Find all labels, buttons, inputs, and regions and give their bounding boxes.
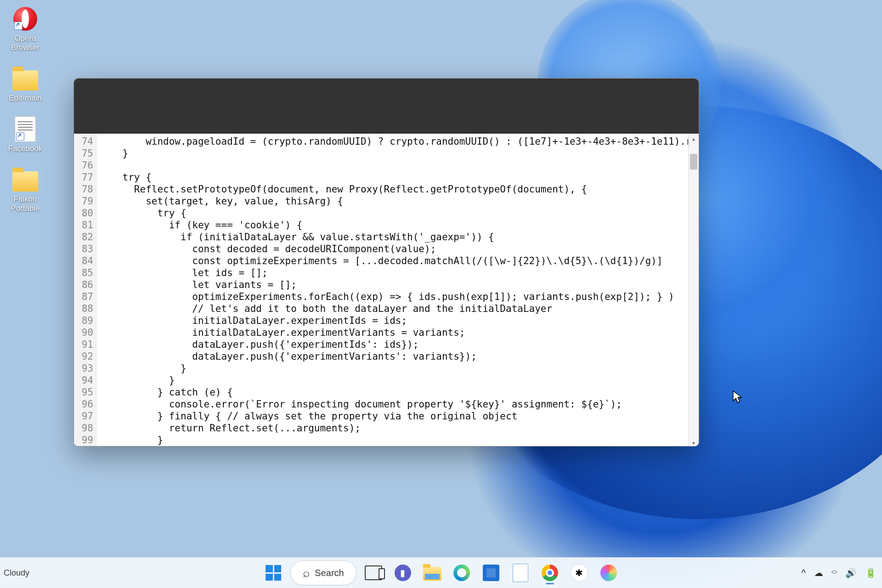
edge-icon: [453, 565, 470, 581]
scroll-up-icon[interactable]: ▴: [689, 134, 699, 144]
taskbar-start[interactable]: [261, 560, 286, 585]
line-number: 90: [74, 327, 93, 339]
taskbar-chat[interactable]: ▮: [390, 560, 415, 585]
taskbar-search[interactable]: ⌕Search: [290, 560, 356, 585]
code-line[interactable]: set(target, key, value, thisArg) {: [99, 195, 699, 207]
code-line[interactable]: initialDataLayer.experimentIds = ids;: [99, 315, 699, 327]
code-line[interactable]: }: [99, 434, 699, 446]
chat-icon: ▮: [395, 565, 411, 581]
window-titlebar[interactable]: [74, 79, 699, 134]
taskbar: Cloudy ⌕Search▮✱ ^ ☁ ⌔ 🔊 🔋: [0, 557, 882, 588]
code-line[interactable]: window.pageloadId = (crypto.randomUUID) …: [99, 136, 699, 147]
slack-icon: ✱: [571, 564, 588, 582]
code-line[interactable]: if (key === 'cookie') {: [99, 219, 699, 231]
desktop-icon-edit-main[interactable]: Edit-main: [0, 65, 51, 103]
code-line[interactable]: dataLayer.push({'experimentVariants': va…: [99, 351, 699, 362]
desktop-icon-label: Edit-main: [0, 94, 51, 103]
line-number: 74: [74, 136, 93, 147]
code-line[interactable]: }: [99, 362, 699, 374]
code-line[interactable]: // let's add it to both the dataLayer an…: [99, 303, 699, 315]
battery-icon[interactable]: 🔋: [865, 567, 876, 578]
line-number: 78: [74, 183, 93, 195]
desktop-icon-opera-browser[interactable]: Opera Browser: [0, 6, 51, 52]
search-label: Search: [315, 568, 344, 578]
file-explorer-icon: [423, 567, 441, 581]
line-number: 91: [74, 339, 93, 351]
copilot-icon: [600, 565, 617, 581]
line-number: 89: [74, 315, 93, 327]
line-number: 75: [74, 147, 93, 159]
start-icon: [266, 565, 281, 581]
code-line[interactable]: const optimizeExperiments = [...decoded.…: [99, 255, 699, 267]
volume-icon[interactable]: 🔊: [845, 567, 857, 578]
taskbar-edge[interactable]: [449, 560, 474, 585]
code-line[interactable]: if (initialDataLayer && value.startsWith…: [99, 231, 699, 243]
line-number: 96: [74, 398, 93, 410]
line-number: 97: [74, 410, 93, 422]
opera-icon: [13, 7, 37, 31]
code-line[interactable]: try {: [99, 207, 699, 219]
line-number: 92: [74, 351, 93, 362]
line-number: 86: [74, 279, 93, 291]
desktop-icon-label: Facebook: [0, 144, 51, 153]
tray-overflow-icon[interactable]: ^: [802, 568, 806, 578]
code-editor: 7475767778798081828384858687888990919293…: [74, 134, 699, 447]
taskbar-chrome[interactable]: [537, 560, 562, 585]
devtools-window[interactable]: 7475767778798081828384858687888990919293…: [74, 78, 699, 447]
mouse-cursor-icon: [733, 390, 742, 403]
taskbar-microsoft-store[interactable]: [479, 560, 503, 585]
code-line[interactable]: }: [99, 374, 699, 386]
code-line[interactable]: let variants = [];: [99, 279, 699, 291]
code-line[interactable]: } finally { // always set the property v…: [99, 410, 699, 422]
vertical-scroll-thumb[interactable]: [690, 154, 697, 170]
code-line[interactable]: console.error(`Error inspecting document…: [99, 398, 699, 410]
desktop-icon-facebook[interactable]: Facebook: [0, 116, 51, 153]
taskbar-copilot[interactable]: [596, 560, 621, 585]
line-number: 99: [74, 434, 93, 446]
code-line[interactable]: let ids = [];: [99, 267, 699, 279]
search-icon: ⌕: [303, 566, 310, 580]
line-number: 79: [74, 195, 93, 207]
weather-text: Cloudy: [4, 568, 29, 578]
taskbar-notepad[interactable]: [508, 560, 533, 585]
taskbar-task-view[interactable]: [361, 560, 386, 585]
folder-icon: [12, 171, 38, 192]
code-line[interactable]: optimizeExperiments.forEach((exp) => { i…: [99, 291, 699, 303]
code-line[interactable]: Reflect.setPrototypeOf(document, new Pro…: [99, 183, 699, 195]
code-line[interactable]: initialDataLayer.experimentVariants = va…: [99, 327, 699, 339]
line-number: 95: [74, 386, 93, 398]
desktop-icon-falkon-portable[interactable]: Falkon Portable: [0, 166, 51, 213]
notepad-icon: [513, 564, 528, 582]
system-tray[interactable]: ^ ☁ ⌔ 🔊 🔋: [802, 558, 876, 588]
folder-icon: [12, 70, 38, 90]
scroll-down-icon[interactable]: ▾: [689, 438, 699, 447]
taskbar-weather[interactable]: Cloudy: [4, 558, 29, 588]
code-area[interactable]: window.pageloadId = (crypto.randomUUID) …: [96, 134, 699, 447]
vertical-scrollbar[interactable]: ▴ ▾: [688, 134, 699, 447]
task-view-icon: [365, 565, 382, 580]
code-line[interactable]: try {: [99, 171, 699, 183]
code-line[interactable]: const decoded = decodeURIComponent(value…: [99, 243, 699, 255]
taskbar-slack[interactable]: ✱: [567, 560, 592, 585]
line-number: 83: [74, 243, 93, 255]
textfile-icon: [15, 116, 36, 142]
line-number: 84: [74, 255, 93, 267]
desktop-icon-label: Falkon Portable: [0, 195, 51, 213]
line-number: 80: [74, 207, 93, 219]
line-number: 88: [74, 303, 93, 315]
wifi-icon[interactable]: ⌔: [831, 568, 837, 578]
code-line[interactable]: return Reflect.set(...arguments);: [99, 422, 699, 434]
line-number: 93: [74, 362, 93, 374]
taskbar-file-explorer[interactable]: [420, 560, 445, 585]
desktop-icon-label: Opera Browser: [0, 34, 51, 52]
line-number: 98: [74, 422, 93, 434]
shortcut-overlay-icon: [14, 22, 23, 30]
line-number: 77: [74, 171, 93, 183]
code-line[interactable]: dataLayer.push({'experimentIds': ids});: [99, 339, 699, 351]
onedrive-icon[interactable]: ☁: [814, 567, 823, 578]
code-line[interactable]: }: [99, 147, 699, 159]
code-line[interactable]: } catch (e) {: [99, 386, 699, 398]
code-line[interactable]: [99, 159, 699, 171]
chrome-icon: [542, 565, 558, 581]
microsoft-store-icon: [483, 565, 499, 581]
